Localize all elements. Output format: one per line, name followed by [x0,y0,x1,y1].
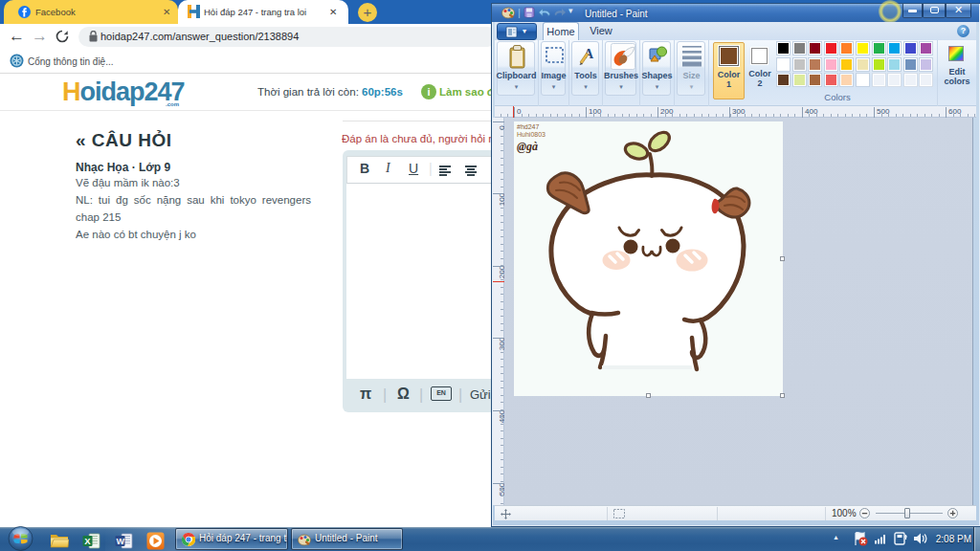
svg-text:X: X [84,536,91,546]
svg-text:W: W [116,537,124,546]
